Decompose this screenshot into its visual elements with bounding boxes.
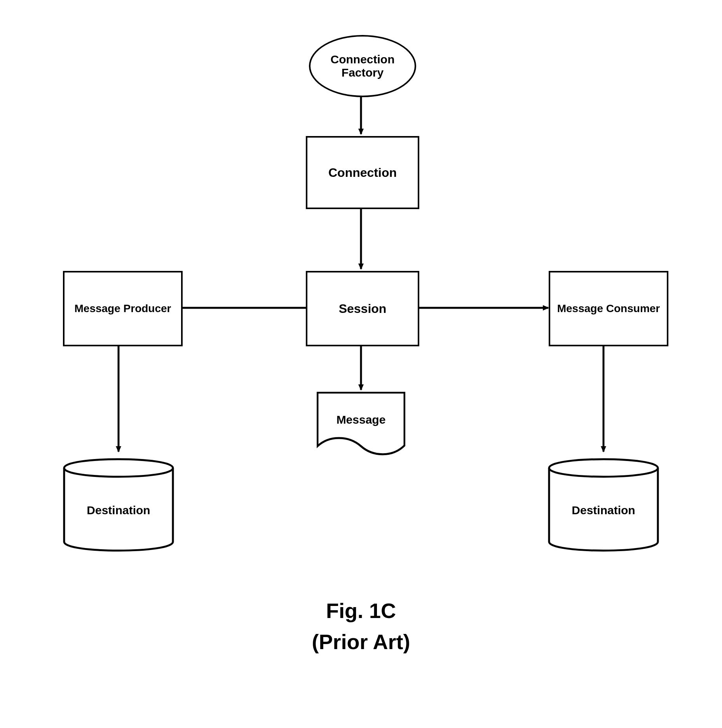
node-connection: Connection (306, 136, 419, 209)
label-destination-left: Destination (63, 504, 174, 517)
label-connection: Connection (328, 166, 397, 180)
label-message: Message (317, 413, 405, 426)
label-session: Session (339, 302, 387, 316)
node-destination-right: Destination (548, 454, 659, 556)
label-message-consumer: Message Consumer (557, 302, 660, 315)
node-message-consumer: Message Consumer (549, 271, 668, 346)
node-connection-factory: Connection Factory (309, 35, 416, 97)
diagram-canvas: Connection Factory Connection Session Me… (0, 0, 722, 728)
label-message-producer: Message Producer (75, 302, 171, 315)
label-destination-right: Destination (548, 504, 659, 517)
node-session: Session (306, 271, 419, 346)
figure-caption-line2: (Prior Art) (253, 630, 469, 654)
figure-caption-line1: Fig. 1C (253, 599, 469, 623)
node-destination-left: Destination (63, 454, 174, 556)
node-message: Message (317, 392, 405, 456)
node-message-producer: Message Producer (63, 271, 183, 346)
label-connection-factory: Connection Factory (331, 53, 395, 80)
